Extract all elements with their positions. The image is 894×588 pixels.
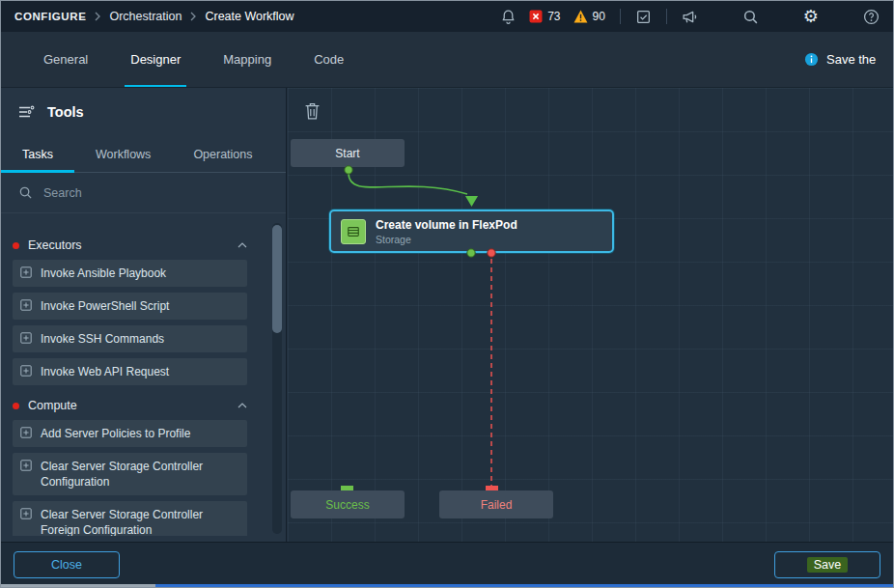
megaphone-icon — [682, 9, 698, 25]
global-search-button[interactable] — [742, 9, 759, 25]
add-task-icon — [20, 427, 32, 438]
task-node-title: Create volume in FlexPod — [376, 218, 517, 232]
settings-button[interactable]: ⚙ — [803, 9, 819, 25]
add-task-icon — [20, 299, 32, 311]
success-node[interactable]: Success — [291, 490, 405, 518]
breadcrumb-configure[interactable]: CONFIGURE — [14, 11, 86, 22]
save-button-label: Save — [807, 557, 849, 573]
task-item[interactable]: Invoke PowerShell Script — [13, 293, 247, 320]
chevron-right-icon — [190, 12, 196, 21]
tools-tab-operations[interactable]: Operations — [172, 136, 273, 172]
search-icon — [18, 185, 33, 200]
tools-scrollbar-thumb[interactable] — [272, 225, 282, 333]
tools-tab-tasks[interactable]: Tasks — [1, 136, 74, 172]
tools-scrollbar-track[interactable] — [272, 223, 282, 534]
task-item-label: Invoke SSH Commands — [41, 331, 164, 347]
task-item-label: Invoke PowerShell Script — [41, 298, 169, 314]
info-icon[interactable] — [804, 52, 819, 67]
topbar-divider — [666, 9, 667, 24]
footer-bar: Close Save — [1, 542, 893, 586]
task-item-label: Clear Server Storage Controller Foreign … — [41, 507, 239, 536]
clipboard-check-icon — [635, 9, 652, 25]
close-button[interactable]: Close — [14, 551, 120, 578]
delete-trash-icon[interactable] — [304, 101, 321, 121]
topbar-divider — [620, 9, 621, 24]
task-node-subtitle: Storage — [376, 234, 517, 245]
add-task-icon — [20, 332, 32, 344]
failed-node[interactable]: Failed — [439, 490, 553, 518]
question-circle-icon — [863, 9, 880, 25]
task-item-label: Add Server Policies to Profile — [41, 426, 190, 441]
warning-alarm-count: 90 — [593, 10, 605, 23]
critical-alarms-badge[interactable]: 73 — [529, 10, 560, 23]
success-node-label: Success — [325, 498, 369, 512]
task-item[interactable]: Invoke Ansible Playbook — [13, 260, 247, 287]
breadcrumb-orchestration[interactable]: Orchestration — [109, 10, 182, 23]
workflow-canvas[interactable]: Start Create volume in FlexPod Storage S… — [288, 88, 893, 542]
start-node-label: Start — [335, 147, 359, 160]
search-icon — [742, 9, 759, 25]
announcements-button[interactable] — [682, 9, 698, 25]
section-compute[interactable]: Compute — [13, 391, 247, 420]
workflow-tab-bar: General Designer Mapping Code Save the — [1, 32, 893, 88]
tools-header: Tools — [1, 88, 286, 136]
top-navigation-bar: CONFIGURE Orchestration Create Workflow … — [1, 1, 893, 32]
task-node-text: Create volume in FlexPod Storage — [376, 218, 517, 245]
task-item[interactable]: Invoke SSH Commands — [13, 325, 247, 352]
bell-icon[interactable] — [500, 9, 517, 25]
save-hint: Save the — [804, 52, 893, 67]
chevron-up-icon — [237, 403, 247, 408]
tab-designer[interactable]: Designer — [115, 32, 196, 88]
save-button[interactable]: Save — [774, 551, 880, 578]
warning-alarms-badge[interactable]: 90 — [573, 10, 605, 23]
tab-code[interactable]: Code — [298, 32, 359, 88]
task-item-label: Invoke Web API Request — [41, 364, 169, 379]
task-node-create-volume[interactable]: Create volume in FlexPod Storage — [329, 210, 614, 253]
section-label: Compute — [28, 399, 77, 412]
section-label: Executors — [28, 238, 82, 252]
start-node[interactable]: Start — [291, 139, 405, 167]
add-task-icon — [20, 365, 32, 377]
search-input[interactable] — [43, 186, 227, 200]
panel-toggle-icon[interactable] — [18, 105, 35, 119]
tab-general[interactable]: General — [28, 32, 103, 88]
tools-tabs: Tasks Workflows Operations — [1, 136, 286, 173]
task-item[interactable]: Clear Server Storage Controller Configur… — [13, 453, 247, 495]
topbar-actions: 73 90 — [500, 9, 880, 25]
task-item[interactable]: Invoke Web API Request — [13, 358, 247, 385]
chevron-up-icon — [237, 242, 247, 248]
breadcrumb-create-workflow: Create Workflow — [205, 10, 293, 23]
critical-alarm-count: 73 — [547, 10, 560, 23]
section-bullet-icon — [13, 242, 19, 249]
task-item[interactable]: Add Server Policies to Profile — [13, 420, 247, 447]
window-edge-right — [155, 584, 893, 587]
add-task-icon — [20, 460, 32, 471]
task-item-label: Clear Server Storage Controller Configur… — [41, 459, 239, 490]
tools-tab-workflows[interactable]: Workflows — [74, 136, 172, 172]
window-edge-left — [1, 584, 155, 587]
add-task-icon — [20, 266, 32, 278]
window-edge — [1, 584, 893, 587]
failed-node-label: Failed — [481, 498, 513, 512]
section-executors[interactable]: Executors — [13, 231, 247, 260]
storage-task-icon — [341, 219, 366, 244]
chevron-right-icon — [95, 12, 100, 21]
tab-mapping[interactable]: Mapping — [208, 32, 287, 88]
task-item[interactable]: Clear Server Storage Controller Foreign … — [13, 501, 247, 536]
gear-icon: ⚙ — [803, 9, 819, 25]
task-list: Executors Invoke Ansible Playbook Invoke… — [1, 221, 286, 536]
tools-search — [1, 173, 286, 213]
critical-alarm-icon — [529, 10, 543, 23]
breadcrumb: CONFIGURE Orchestration Create Workflow — [14, 10, 294, 23]
tools-title: Tools — [47, 104, 84, 120]
help-button[interactable] — [863, 9, 880, 25]
task-item-label: Invoke Ansible Playbook — [41, 266, 166, 281]
section-bullet-icon — [13, 403, 19, 409]
tasks-status-button[interactable] — [635, 9, 652, 25]
add-task-icon — [20, 508, 32, 519]
app-window: CONFIGURE Orchestration Create Workflow … — [0, 0, 894, 588]
save-hint-text: Save the — [826, 52, 876, 67]
warning-alarm-icon — [573, 10, 588, 23]
tools-panel: Tools Tasks Workflows Operations Executo… — [1, 88, 287, 542]
